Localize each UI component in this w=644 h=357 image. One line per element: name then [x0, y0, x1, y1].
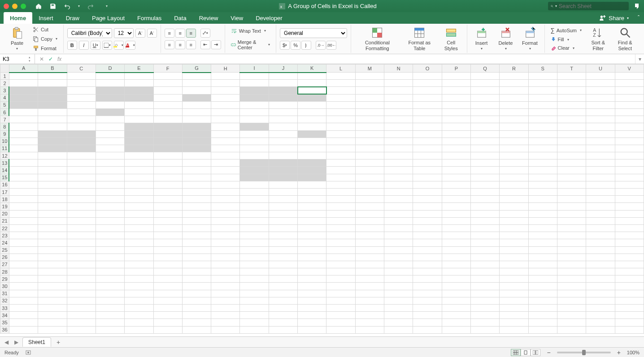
- cell-D1[interactable]: [96, 73, 124, 80]
- cell-I10[interactable]: [240, 138, 269, 145]
- cell-C4[interactable]: [67, 94, 96, 101]
- cell-C35[interactable]: [67, 319, 96, 326]
- cell-Q19[interactable]: [470, 203, 499, 210]
- cell-P23[interactable]: [442, 232, 470, 239]
- cell-T21[interactable]: [557, 217, 586, 224]
- cell-N2[interactable]: [384, 80, 413, 87]
- search-sheet-input[interactable]: [559, 3, 626, 9]
- cell-V21[interactable]: [615, 217, 644, 224]
- cell-T17[interactable]: [557, 189, 586, 196]
- cell-J6[interactable]: [269, 108, 297, 116]
- cell-A26[interactable]: [9, 254, 38, 261]
- cell-M14[interactable]: [355, 167, 384, 174]
- conditional-formatting-button[interactable]: Conditional Formatting: [355, 26, 400, 52]
- cell-T1[interactable]: [557, 73, 586, 80]
- cell-L1[interactable]: [326, 73, 355, 80]
- cell-M9[interactable]: [355, 130, 384, 138]
- cell-P9[interactable]: [442, 130, 470, 138]
- cell-P3[interactable]: [442, 87, 470, 94]
- cell-J4[interactable]: [269, 94, 297, 101]
- cell-T36[interactable]: [557, 326, 586, 333]
- cell-M21[interactable]: [355, 217, 384, 224]
- cell-J31[interactable]: [269, 290, 297, 297]
- expand-formula-bar-button[interactable]: ▾: [635, 54, 644, 64]
- cell-R5[interactable]: [500, 101, 528, 108]
- cell-U5[interactable]: [586, 101, 615, 108]
- cell-C33[interactable]: [67, 305, 96, 312]
- cell-S34[interactable]: [528, 312, 557, 319]
- cell-M15[interactable]: [355, 174, 384, 181]
- cell-C9[interactable]: [67, 130, 96, 138]
- cell-C34[interactable]: [67, 312, 96, 319]
- cell-J1[interactable]: [269, 73, 297, 80]
- collapse-ribbon-button[interactable]: ˆ: [633, 12, 644, 24]
- cell-C25[interactable]: [67, 246, 96, 254]
- cell-A17[interactable]: [9, 189, 38, 196]
- col-header-V[interactable]: V: [615, 65, 644, 73]
- cell-P33[interactable]: [442, 305, 470, 312]
- cell-C31[interactable]: [67, 290, 96, 297]
- col-header-B[interactable]: B: [38, 65, 67, 73]
- cell-Q20[interactable]: [470, 210, 499, 217]
- row-header-2[interactable]: 2: [0, 80, 9, 87]
- cell-V31[interactable]: [615, 290, 644, 297]
- cell-T27[interactable]: [557, 261, 586, 268]
- cell-A5[interactable]: [9, 101, 38, 108]
- cell-I5[interactable]: [240, 101, 269, 108]
- cell-N24[interactable]: [384, 239, 413, 246]
- cell-T16[interactable]: [557, 181, 586, 188]
- cell-H25[interactable]: [211, 246, 240, 254]
- zoom-window-button[interactable]: [21, 4, 26, 9]
- cell-P8[interactable]: [442, 123, 470, 130]
- cell-E20[interactable]: [125, 210, 153, 217]
- cell-U22[interactable]: [586, 224, 615, 232]
- cell-R32[interactable]: [500, 297, 528, 304]
- cell-A30[interactable]: [9, 283, 38, 290]
- cell-G12[interactable]: [182, 152, 211, 159]
- cell-E16[interactable]: [125, 181, 153, 188]
- cell-N33[interactable]: [384, 305, 413, 312]
- cell-I13[interactable]: [240, 159, 269, 167]
- cell-K31[interactable]: [298, 290, 326, 297]
- cell-S29[interactable]: [528, 275, 557, 283]
- cell-F10[interactable]: [153, 138, 182, 145]
- cell-B25[interactable]: [38, 246, 67, 254]
- cell-L13[interactable]: [326, 159, 355, 167]
- cell-P4[interactable]: [442, 94, 470, 101]
- increase-decimal-button[interactable]: .0→: [316, 41, 326, 50]
- cell-A29[interactable]: [9, 275, 38, 283]
- cell-R31[interactable]: [500, 290, 528, 297]
- cell-Q29[interactable]: [470, 275, 499, 283]
- col-header-C[interactable]: C: [67, 65, 96, 73]
- cell-U31[interactable]: [586, 290, 615, 297]
- cell-C21[interactable]: [67, 217, 96, 224]
- cell-F27[interactable]: [153, 261, 182, 268]
- cell-K13[interactable]: [298, 159, 326, 167]
- cell-G29[interactable]: [182, 275, 211, 283]
- cell-F28[interactable]: [153, 268, 182, 275]
- cell-I30[interactable]: [240, 283, 269, 290]
- cell-O8[interactable]: [413, 123, 442, 130]
- cell-G20[interactable]: [182, 210, 211, 217]
- cell-A4[interactable]: [9, 94, 38, 101]
- cell-B24[interactable]: [38, 239, 67, 246]
- cell-L9[interactable]: [326, 130, 355, 138]
- cell-C26[interactable]: [67, 254, 96, 261]
- cell-R6[interactable]: [500, 108, 528, 116]
- cell-P29[interactable]: [442, 275, 470, 283]
- cell-E14[interactable]: [125, 167, 153, 174]
- cell-G21[interactable]: [182, 217, 211, 224]
- copy-button[interactable]: Copy: [30, 35, 60, 43]
- cell-B1[interactable]: [38, 73, 67, 80]
- col-header-E[interactable]: E: [125, 65, 153, 73]
- cell-G10[interactable]: [182, 138, 211, 145]
- cell-Q4[interactable]: [470, 94, 499, 101]
- cell-I24[interactable]: [240, 239, 269, 246]
- cell-F30[interactable]: [153, 283, 182, 290]
- cell-N28[interactable]: [384, 268, 413, 275]
- cell-L4[interactable]: [326, 94, 355, 101]
- cell-C32[interactable]: [67, 297, 96, 304]
- font-color-button[interactable]: A▾: [126, 41, 135, 50]
- cell-H35[interactable]: [211, 319, 240, 326]
- cell-K17[interactable]: [298, 189, 326, 196]
